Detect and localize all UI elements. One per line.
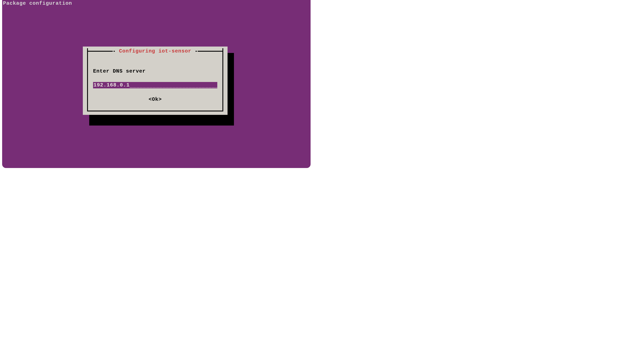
dns-server-value: 192.168.0.1 [93,82,130,88]
input-fill-underline [130,82,217,88]
ok-button[interactable]: <Ok> [148,97,162,102]
dns-server-input[interactable]: 192.168.0.1 [93,82,217,88]
page-title: Package configuration [3,1,72,6]
terminal-screen: Package configuration Configuring iot-se… [2,0,310,168]
config-dialog: Configuring iot-sensor Enter DNS server … [83,46,228,115]
dialog-border-bottom [87,110,223,112]
dialog-border-top: Configuring iot-sensor [87,48,223,54]
dialog-title: Configuring iot-sensor [116,49,195,54]
prompt-label: Enter DNS server [93,69,146,74]
dialog-body: Enter DNS server 192.168.0.1 <Ok> [87,54,223,110]
